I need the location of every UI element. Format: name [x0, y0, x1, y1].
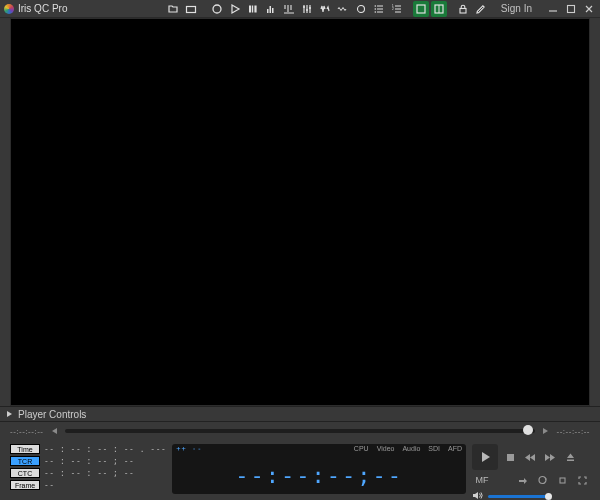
edit-icon[interactable]	[473, 1, 489, 17]
svg-point-13	[375, 8, 377, 10]
chapters-icon[interactable]	[245, 1, 261, 17]
volume-thumb[interactable]	[545, 493, 552, 500]
svg-rect-4	[255, 5, 257, 12]
timeline-end-tc: --:--:--:--	[557, 427, 590, 436]
svg-rect-6	[270, 6, 272, 13]
sliders-icon[interactable]	[299, 1, 315, 17]
svg-rect-2	[249, 5, 251, 12]
svg-rect-0	[187, 6, 196, 12]
tc-label-time[interactable]: Time	[10, 444, 40, 454]
eject-button[interactable]	[562, 450, 578, 464]
svg-rect-22	[560, 478, 565, 483]
tc-label-frame[interactable]: Frame	[10, 480, 40, 490]
forward-button[interactable]	[542, 450, 558, 464]
collapse-icon	[6, 410, 14, 418]
timeline-track[interactable]	[65, 429, 534, 433]
tc-value-tcr: -- : -- : -- ; --	[44, 457, 134, 466]
audio-wave-icon[interactable]	[317, 1, 333, 17]
list-icon[interactable]	[371, 1, 387, 17]
fullscreen-button[interactable]	[574, 473, 590, 487]
rewind-button[interactable]	[522, 450, 538, 464]
svg-point-12	[375, 5, 377, 7]
svg-point-8	[303, 6, 305, 8]
status-chip-sdi[interactable]: SDI	[428, 445, 440, 456]
scope-icon[interactable]	[353, 1, 369, 17]
svg-rect-20	[568, 5, 575, 12]
player-controls-header[interactable]: Player Controls	[0, 406, 600, 422]
minimize-button[interactable]	[546, 2, 560, 16]
lock-icon[interactable]	[455, 1, 471, 17]
maximize-button[interactable]	[564, 2, 578, 16]
toolbar: 12	[165, 1, 489, 17]
svg-rect-17	[417, 5, 425, 13]
levels-icon[interactable]	[263, 1, 279, 17]
loop-button[interactable]	[534, 473, 550, 487]
sign-in-link[interactable]: Sign In	[501, 3, 532, 14]
status-lead: ++ --	[176, 445, 202, 456]
numbered-list-icon[interactable]: 12	[389, 1, 405, 17]
play-button[interactable]	[472, 444, 498, 470]
panel-b-icon[interactable]	[431, 1, 447, 17]
timeline-skip-end-icon[interactable]	[541, 426, 551, 436]
timeline-start-tc: --:--:--:--	[10, 427, 43, 436]
svg-point-14	[375, 11, 377, 13]
titlebar: Iris QC Pro	[0, 0, 600, 18]
timeline-skip-start-icon[interactable]	[49, 426, 59, 436]
panel-a-icon[interactable]	[413, 1, 429, 17]
player-controls-label: Player Controls	[18, 409, 86, 420]
svg-rect-19	[460, 8, 466, 13]
tc-value-time: -- : -- : -- : -- . ---	[44, 445, 166, 454]
svg-point-9	[306, 9, 308, 11]
transport-panel: MF	[472, 444, 590, 494]
svg-text:2: 2	[392, 7, 394, 11]
open-file-icon[interactable]	[165, 1, 181, 17]
status-chip-audio[interactable]: Audio	[402, 445, 420, 456]
waveform-icon[interactable]	[335, 1, 351, 17]
volume-icon[interactable]	[472, 490, 484, 500]
svg-point-11	[358, 5, 365, 12]
app-logo	[4, 4, 14, 14]
svg-rect-7	[272, 8, 274, 13]
timecode-panel: Time -- : -- : -- : -- . --- TCR -- : --…	[10, 444, 166, 494]
play-outline-icon[interactable]	[227, 1, 243, 17]
timeline-row: --:--:--:-- --:--:--:--	[0, 422, 600, 440]
crop-button[interactable]	[554, 473, 570, 487]
mf-label: MF	[472, 475, 492, 485]
status-chip-cpu[interactable]: CPU	[354, 445, 369, 456]
project-icon[interactable]	[183, 1, 199, 17]
stop-button[interactable]	[502, 450, 518, 464]
goto-button[interactable]	[514, 473, 530, 487]
status-panel: ++ -- CPU Video Audio SDI AFD --:--:--;-…	[172, 444, 466, 494]
app-title: Iris QC Pro	[18, 3, 67, 14]
svg-rect-5	[267, 9, 269, 13]
record-icon[interactable]	[209, 1, 225, 17]
timeline-playhead[interactable]	[523, 425, 533, 435]
svg-rect-3	[252, 5, 253, 12]
close-button[interactable]	[582, 2, 596, 16]
volume-slider[interactable]	[488, 495, 550, 498]
status-chip-afd[interactable]: AFD	[448, 445, 462, 456]
big-timecode: --:--:--;--	[235, 463, 403, 488]
svg-point-1	[213, 5, 221, 13]
status-chip-video[interactable]: Video	[377, 445, 395, 456]
tc-label-tcr[interactable]: TCR	[10, 456, 40, 466]
tc-value-ctc: -- : -- : -- ; --	[44, 469, 134, 478]
bottom-panel: Time -- : -- : -- : -- . --- TCR -- : --…	[0, 440, 600, 500]
histogram-icon[interactable]	[281, 1, 297, 17]
svg-rect-21	[507, 454, 514, 461]
tc-value-frame: --	[44, 481, 55, 490]
video-viewport[interactable]	[10, 18, 590, 406]
tc-label-ctc[interactable]: CTC	[10, 468, 40, 478]
svg-point-10	[309, 7, 311, 9]
